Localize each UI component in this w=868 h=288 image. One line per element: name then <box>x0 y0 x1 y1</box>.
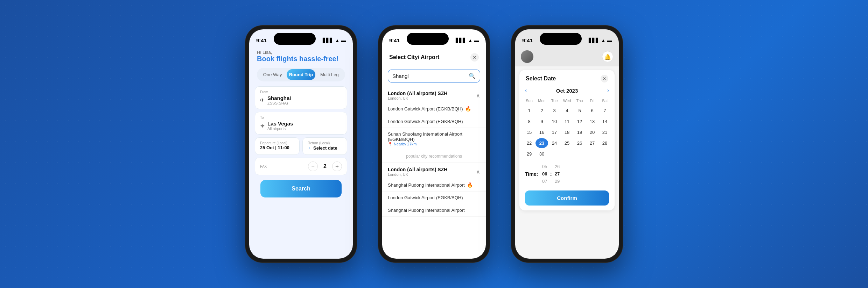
notification-button[interactable]: 🔔 <box>602 51 613 62</box>
airport-2-name: London Gatwick Airport (EGKB/BQH) <box>388 119 463 124</box>
from-label: From <box>260 90 342 94</box>
trip-type-tabs[interactable]: One Way Round Trip Multi Leg <box>257 68 345 81</box>
tab-one-way[interactable]: One Way <box>258 69 287 80</box>
airport-item-1[interactable]: London Gatwick Airport (EGKB/BQH) 🔥 <box>382 102 486 115</box>
minute-after: 29 <box>555 178 560 185</box>
status-time-1: 9:41 <box>256 37 267 43</box>
from-city: Shanghai <box>267 95 291 101</box>
dow-fri: Fri <box>586 97 598 104</box>
cal-day-15[interactable]: 15 <box>523 127 536 137</box>
airport-group-2-name: London (All airports) SZH <box>388 167 447 172</box>
airport-group-2-sub: London, UK <box>388 172 447 177</box>
cal-day-21[interactable]: 21 <box>598 127 611 137</box>
cal-day-13[interactable]: 13 <box>586 116 598 127</box>
airport-item-3[interactable]: Sunan Shuofang International Airport (EG… <box>382 128 486 150</box>
group-2-collapse-icon[interactable]: ∧ <box>476 168 480 175</box>
minute-scroll[interactable]: 26 27 29 <box>555 163 560 185</box>
airport-results: London (All airports) SZH London, UK ∧ L… <box>382 86 486 217</box>
cal-day-24[interactable]: 24 <box>548 138 561 148</box>
hour-after: 07 <box>542 178 547 185</box>
from-code: ZSSS(SHA) <box>267 101 291 105</box>
departure-field[interactable]: Departure (Local) 25 Oct | 11:00 <box>255 137 300 155</box>
cal-day-22[interactable]: 22 <box>523 138 536 148</box>
dow-wed: Wed <box>561 97 573 104</box>
calendar-week-5: 29 30 <box>523 149 611 159</box>
cal-day-23[interactable]: 23 <box>536 138 548 148</box>
to-field[interactable]: To ✈ Las Vegas All airports <box>255 112 347 135</box>
nearby-label: 📍 Nearby 27km <box>388 142 480 146</box>
search-button[interactable]: Search <box>260 180 342 197</box>
hour-scroll[interactable]: 05 06 07 <box>542 163 547 185</box>
battery-icon: ▬ <box>341 38 346 43</box>
cal-day-16[interactable]: 16 <box>536 127 548 137</box>
cal-day-20[interactable]: 20 <box>586 127 598 137</box>
next-month-button[interactable]: › <box>607 87 609 94</box>
phone-1: 9:41 ▋▋▋ ▲ ▬ Hi Lisa, Book flights hassl… <box>245 25 357 263</box>
cal-day-10[interactable]: 10 <box>548 116 561 127</box>
phones-container: 9:41 ▋▋▋ ▲ ▬ Hi Lisa, Book flights hassl… <box>245 25 623 263</box>
arrive-plane-icon: ✈ <box>259 123 266 128</box>
time-scroll[interactable]: 05 06 07 : 26 27 29 <box>542 163 560 185</box>
pax-increase-button[interactable]: ＋ <box>332 161 342 171</box>
status-icons-1: ▋▋▋ ▲ ▬ <box>323 38 346 43</box>
cal-day-7[interactable]: 7 <box>598 106 611 116</box>
user-avatar[interactable] <box>521 50 533 63</box>
wifi-icon-2: ▲ <box>468 38 472 43</box>
confirm-date-button[interactable]: Confirm <box>525 190 609 206</box>
return-field[interactable]: Return (Local) ＋ Select date <box>302 137 347 155</box>
cal-day-28[interactable]: 28 <box>598 138 611 148</box>
dow-thu: Thu <box>573 97 586 104</box>
cal-day-5[interactable]: 5 <box>573 106 586 116</box>
dow-mon: Mon <box>536 97 548 104</box>
airport-item-4[interactable]: Shanghai Pudong International Airport 🔥 <box>382 179 486 192</box>
calendar-week-3: 15 16 17 18 19 20 21 <box>523 127 611 137</box>
airport-item-5[interactable]: London Gatwick Airport (EGKB/BQH) <box>382 192 486 204</box>
prev-month-button[interactable]: ‹ <box>525 87 527 94</box>
depart-plane-icon: ✈ <box>260 97 265 103</box>
airport-4-name: Shanghai Pudong International Airport <box>388 182 465 188</box>
cal-day-6[interactable]: 6 <box>586 106 598 116</box>
signal-icon-3: ▋▋▋ <box>589 38 599 43</box>
cal-day-9[interactable]: 9 <box>536 116 548 127</box>
cal-day-8[interactable]: 8 <box>523 116 536 127</box>
from-field[interactable]: From ✈ Shanghai ZSSS(SHA) <box>255 86 347 109</box>
phone3-topbar: 🔔 <box>515 48 619 66</box>
dow-tue: Tue <box>548 97 561 104</box>
calendar-week-1: 1 2 3 4 5 6 7 <box>523 106 611 116</box>
cal-day-1[interactable]: 1 <box>523 106 536 116</box>
cal-day-11[interactable]: 11 <box>561 116 573 127</box>
airport-item-6[interactable]: Shanghai Pudong International Airport <box>382 204 486 217</box>
group-1-collapse-icon[interactable]: ∧ <box>476 92 480 99</box>
cal-day-19[interactable]: 19 <box>573 127 586 137</box>
calendar-week-2: 8 9 10 11 12 13 14 <box>523 116 611 127</box>
cal-day-26[interactable]: 26 <box>573 138 586 148</box>
city-modal-close-button[interactable]: ✕ <box>470 53 479 62</box>
hot-icon-1: 🔥 <box>465 106 471 111</box>
city-modal-title: Select City/ Airport <box>389 54 439 60</box>
status-icons-2: ▋▋▋ ▲ ▬ <box>456 38 479 43</box>
tab-round-trip[interactable]: Round Trip <box>287 69 315 80</box>
city-search-row[interactable]: 🔍 <box>382 66 486 86</box>
cal-day-2[interactable]: 2 <box>536 106 548 116</box>
search-magnifier-icon: 🔍 <box>469 73 476 79</box>
cal-day-25[interactable]: 25 <box>561 138 573 148</box>
cal-day-27[interactable]: 27 <box>586 138 598 148</box>
city-search-input[interactable] <box>392 73 466 79</box>
cal-day-3[interactable]: 3 <box>548 106 561 116</box>
page-title-1: Book flights hassle-free! <box>257 55 345 63</box>
tab-multi-leg[interactable]: Multi Leg <box>315 69 344 80</box>
calendar-modal-title: Select Date <box>526 75 556 82</box>
airport-item-2[interactable]: London Gatwick Airport (EGKB/BQH) <box>382 115 486 128</box>
calendar-close-button[interactable]: ✕ <box>601 75 608 82</box>
cal-day-30[interactable]: 30 <box>536 149 548 159</box>
pax-decrease-button[interactable]: − <box>308 161 318 171</box>
cal-day-18[interactable]: 18 <box>561 127 573 137</box>
cal-day-17[interactable]: 17 <box>548 127 561 137</box>
pax-count: 2 <box>323 163 327 170</box>
cal-day-14[interactable]: 14 <box>598 116 611 127</box>
airport-3-name: Sunan Shuofang International Airport (EG… <box>388 131 462 142</box>
cal-day-12[interactable]: 12 <box>573 116 586 127</box>
airport-5-name: London Gatwick Airport (EGKB/BQH) <box>388 195 463 200</box>
cal-day-4[interactable]: 4 <box>561 106 573 116</box>
cal-day-29[interactable]: 29 <box>523 149 536 159</box>
